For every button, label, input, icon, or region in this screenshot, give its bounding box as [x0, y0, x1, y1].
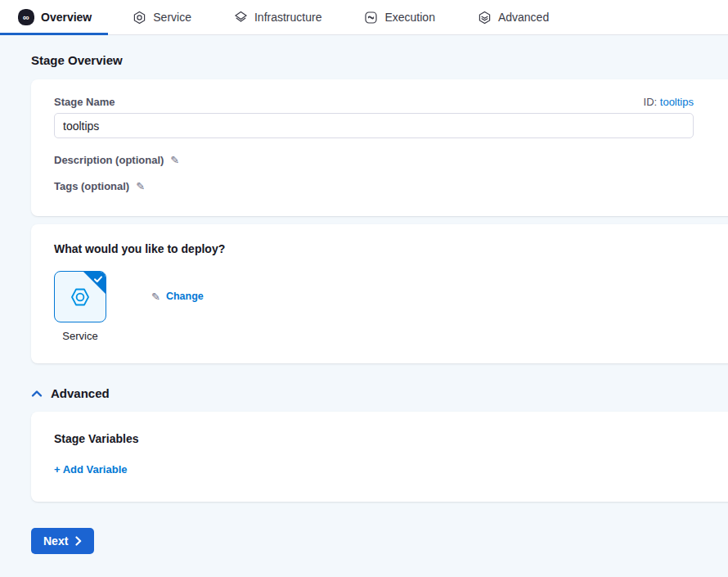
deploy-type-label: Service — [54, 330, 106, 342]
tab-advanced[interactable]: Advanced — [456, 0, 570, 34]
stage-variables-card: Stage Variables + Add Variable — [31, 412, 728, 502]
change-link-label: Change — [166, 291, 204, 302]
edit-description-icon[interactable]: ✎ — [170, 155, 179, 165]
tab-infrastructure-label: Infrastructure — [254, 11, 321, 24]
tab-execution[interactable]: Execution — [343, 0, 456, 34]
tab-infrastructure[interactable]: Infrastructure — [213, 0, 343, 34]
advanced-section-title: Advanced — [51, 386, 110, 400]
chevron-right-icon — [75, 536, 82, 546]
stage-id-value-link[interactable]: tooltips — [660, 96, 694, 108]
deploy-question: What would you like to deploy? — [54, 242, 713, 255]
description-label: Description (optional) — [54, 154, 164, 166]
harness-stage-icon: ∞ — [18, 9, 34, 25]
tab-service-label: Service — [153, 11, 191, 24]
next-button[interactable]: Next — [31, 528, 94, 554]
stage-id: ID: tooltips — [644, 96, 694, 108]
edit-tags-icon[interactable]: ✎ — [136, 181, 145, 192]
tab-overview[interactable]: ∞ Overview — [0, 0, 111, 34]
edit-pencil-icon: ✎ — [151, 291, 160, 302]
tab-service[interactable]: Service — [111, 0, 213, 34]
check-icon — [93, 274, 103, 284]
stage-overview-panel: Stage Overview Stage Name ID: tooltips D… — [0, 53, 728, 554]
stage-name-input[interactable] — [54, 113, 694, 138]
deploy-type-tile-service[interactable] — [54, 271, 106, 322]
add-variable-link[interactable]: + Add Variable — [54, 463, 127, 476]
infrastructure-icon — [234, 11, 248, 25]
stage-name-label: Stage Name — [54, 96, 115, 108]
change-deploy-type-link[interactable]: ✎ Change — [151, 291, 204, 302]
stage-tabbar: ∞ Overview Service Infrastructure Execut… — [0, 0, 728, 35]
advanced-icon — [478, 11, 492, 25]
deploy-type-card: What would you like to deploy? Service — [31, 224, 728, 363]
stage-identity-card: Stage Name ID: tooltips Description (opt… — [31, 79, 728, 216]
chevron-up-icon — [31, 390, 43, 398]
active-tab-underline — [0, 33, 108, 35]
service-icon — [133, 11, 146, 25]
tab-advanced-label: Advanced — [498, 11, 549, 24]
stage-id-label: ID: — [644, 96, 658, 108]
advanced-section-toggle[interactable]: Advanced — [31, 386, 728, 400]
stage-config-page: ∞ Overview Service Infrastructure Execut… — [0, 0, 728, 577]
next-button-label: Next — [43, 534, 68, 548]
stage-variables-title: Stage Variables — [54, 432, 713, 445]
tab-overview-label: Overview — [41, 11, 92, 24]
tab-execution-label: Execution — [384, 11, 434, 24]
tags-label: Tags (optional) — [54, 180, 129, 192]
page-title: Stage Overview — [31, 53, 728, 67]
execution-icon — [364, 11, 378, 25]
